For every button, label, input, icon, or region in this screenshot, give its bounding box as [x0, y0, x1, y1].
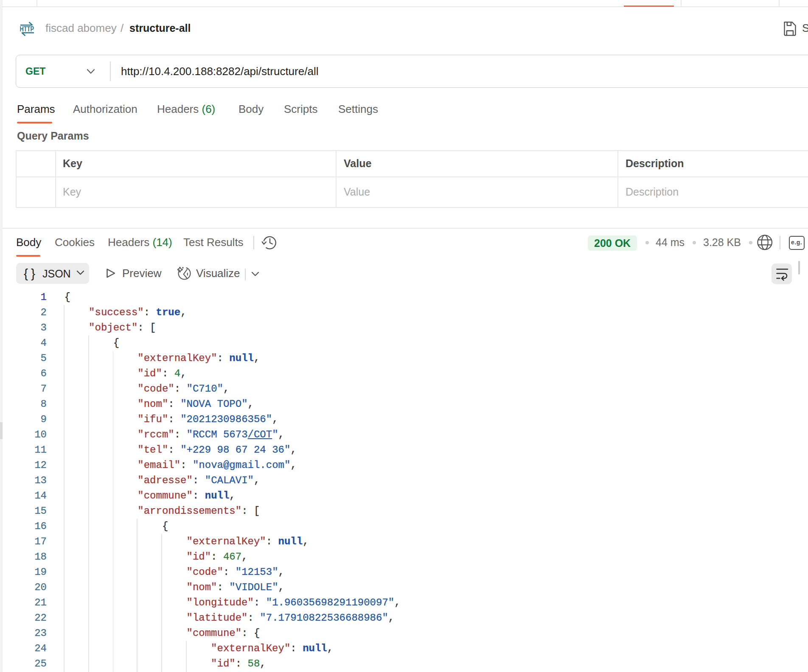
svg-text:HTTP: HTTP	[20, 25, 34, 33]
